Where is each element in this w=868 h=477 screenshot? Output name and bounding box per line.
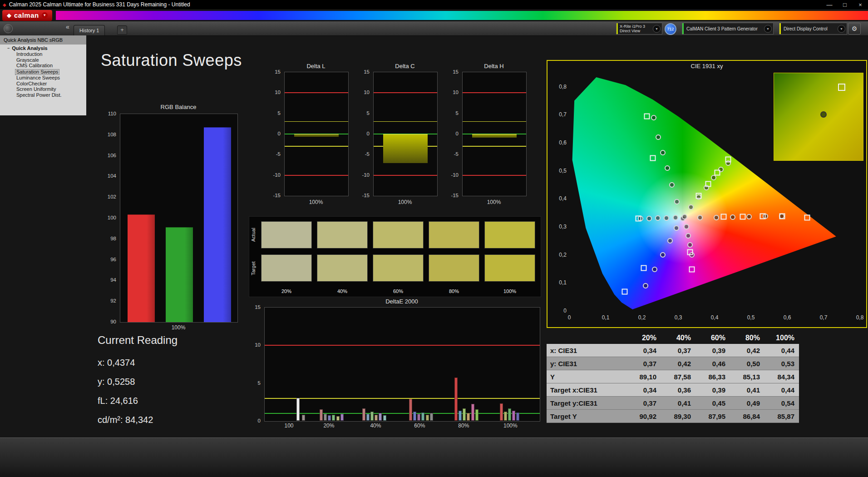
cie-measured-point: [674, 199, 680, 204]
cie-x-tick: 0,4: [711, 314, 719, 321]
settings-gear-button[interactable]: ⚙: [848, 23, 861, 35]
cie-y-tick: 0,2: [559, 252, 567, 258]
patch-column-label: 40%: [317, 288, 368, 294]
meter-mode: Direct View: [620, 29, 651, 33]
sidebar-item-introduction[interactable]: Introduction: [15, 52, 43, 57]
rgb-balance-chart: RGB Balance 1101081061041021009896949290…: [101, 104, 238, 332]
meter-name: X-Rite i1Pro 3: [620, 24, 651, 29]
chevron-down-icon[interactable]: ▼: [838, 25, 845, 33]
sidebar-item-screen-uniformity[interactable]: Screen Uniformity: [15, 87, 57, 92]
delta_h-reference-line: [463, 92, 526, 93]
cie-target-point: [705, 181, 711, 187]
sidebar-item-colorchecker[interactable]: ColorChecker: [15, 81, 48, 87]
cie-measured-point: [643, 283, 648, 288]
delta-c-x-label: 100%: [373, 199, 437, 205]
deltae-y-axis: 151050: [251, 307, 262, 421]
collapse-sidebar-button[interactable]: «: [64, 23, 72, 32]
rgb-bar-green: [166, 227, 193, 322]
rgb-y-tick: 104: [108, 173, 116, 179]
cie-y-tick: 0,8: [559, 84, 567, 90]
sidebar-item-saturation-sweeps[interactable]: Saturation Sweeps: [15, 69, 59, 75]
meter-status-badge[interactable]: 712: [665, 23, 676, 35]
table-header-row: 20%40%60%80%100%: [547, 332, 799, 344]
table-cell: 87,95: [695, 412, 730, 420]
display-control-dropdown[interactable]: Direct Display Control ▼: [779, 23, 847, 35]
toolbar: « History 1 + X-Rite i1Pro 3 Direct View…: [0, 21, 868, 36]
cie-x-tick: 0,7: [820, 314, 828, 321]
table-header-cell: 100%: [764, 334, 799, 342]
deltae-bar: [324, 414, 327, 421]
pattern-generator-dropdown[interactable]: CalMAN Client 3 Pattern Generator ▼: [682, 23, 774, 35]
sidebar-item-cms-calibration[interactable]: CMS Calibration: [15, 63, 54, 69]
table-cell: 0,44: [764, 386, 799, 394]
delta_h-reference-line: [463, 146, 526, 147]
deltae-x-tick: 60%: [414, 422, 425, 429]
tab-history-1[interactable]: History 1: [74, 25, 105, 35]
cie-target-point: [779, 213, 785, 219]
sidebar-item-luminance-sweeps[interactable]: Luminance Sweeps: [15, 75, 61, 81]
table-row-label: y: CIE31: [547, 360, 626, 368]
chevron-down-icon[interactable]: ▼: [653, 25, 661, 33]
cie-measured-point: [651, 115, 656, 120]
delta_l-bar: [294, 134, 339, 137]
rgb-balance-plot: [120, 114, 238, 323]
cie-target-point: [695, 193, 701, 199]
actual-color-patch: [429, 221, 479, 248]
minimize-button[interactable]: —: [822, 0, 837, 9]
target-color-patch: [261, 254, 312, 282]
calman-logo-button[interactable]: ◆ calman ▼: [2, 10, 52, 21]
table-cell: 0,39: [695, 347, 730, 354]
table-cell: 0,49: [730, 399, 764, 407]
table-cell: 89,10: [626, 373, 661, 381]
deltae-bar: [475, 409, 478, 421]
delta_h-y-tick: 5: [456, 110, 459, 116]
meter-dropdown[interactable]: X-Rite i1Pro 3 Direct View ▼: [616, 23, 662, 35]
deltae-x-tick: 100: [285, 422, 294, 429]
table-row: Target y:CIE310,370,410,450,490,54: [547, 397, 799, 410]
table-cell: 0,44: [764, 347, 799, 354]
deltae-bar: [417, 414, 420, 421]
sidebar-item-grayscale[interactable]: Grayscale: [15, 58, 40, 63]
logo-menu-chevron-icon[interactable]: ▼: [42, 12, 48, 18]
table-row-label: Target Y: [547, 412, 626, 420]
tree-collapse-icon[interactable]: −: [7, 46, 10, 50]
calman-app-window: ◆ Calman 2025 Calman Ultimate for Busine…: [0, 0, 868, 477]
reading-x: x: 0,4374: [98, 353, 178, 372]
table-row: y: CIE310,370,420,460,500,53: [547, 357, 799, 370]
rgb-balance-y-axis: 1101081061041021009896949290: [101, 114, 118, 322]
rgb-balance-title: RGB Balance: [120, 104, 237, 110]
table-row: Y89,1087,5886,3385,1384,34: [547, 370, 799, 383]
delta-h-plot: [462, 72, 527, 196]
maximize-button[interactable]: □: [837, 0, 853, 9]
delta_c-reference-line: [374, 121, 437, 122]
deltae-bar: [467, 413, 470, 421]
table-cell: 0,42: [730, 347, 764, 354]
display-control-label: Direct Display Control: [781, 26, 838, 31]
cie-measured-point: [673, 215, 678, 220]
table-cell: 0,54: [764, 399, 799, 407]
delta_c-y-tick: -5: [365, 151, 370, 157]
cie-x-tick: 0,8: [856, 314, 864, 321]
cie-measured-point: [674, 225, 679, 231]
chevron-down-icon[interactable]: ▼: [764, 25, 772, 33]
add-tab-button[interactable]: +: [117, 25, 127, 35]
table-cell: 0,41: [661, 399, 695, 407]
tree-root-quick-analysis[interactable]: − Quick Analysis: [0, 45, 86, 51]
deltae-reference-line: [265, 398, 540, 399]
table-cell: 0,45: [695, 399, 730, 407]
delta_h-reference-line: [463, 121, 526, 122]
calman-diamond-icon: ◆: [7, 12, 11, 19]
delta-h-title: Delta H: [462, 63, 526, 70]
deltae-reference-line: [265, 345, 540, 346]
cie-measured-point: [660, 150, 666, 155]
deltae-bar: [413, 412, 416, 421]
workflow-menu-button[interactable]: [4, 24, 13, 33]
target-color-patch: [484, 254, 535, 282]
deltae-x-tick: 100%: [503, 422, 518, 429]
sidebar-item-spectral-power-dist[interactable]: Spectral Power Dist.: [15, 93, 63, 98]
close-button[interactable]: ×: [853, 0, 868, 9]
table-cell: 0,39: [695, 386, 730, 394]
cie-measured-point: [646, 216, 652, 221]
cie-y-tick: 0,3: [559, 224, 567, 230]
cie-target-point: [760, 214, 765, 219]
